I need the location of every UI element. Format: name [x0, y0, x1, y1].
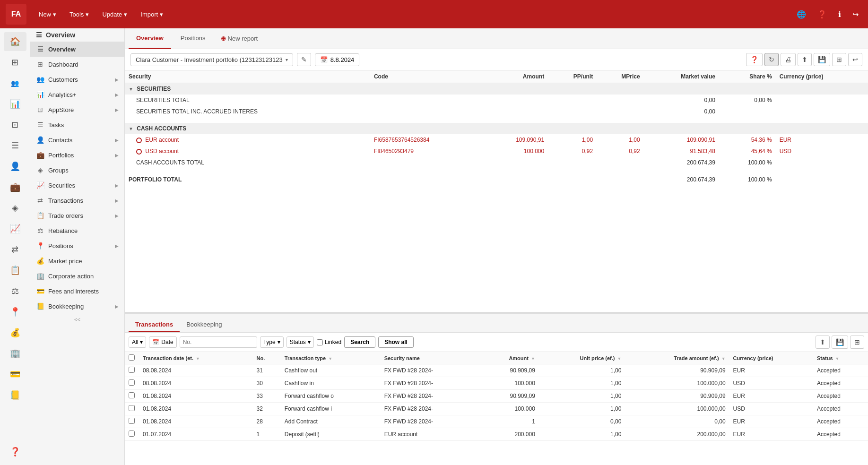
no-input[interactable]: [180, 336, 257, 348]
row-eur-account[interactable]: EUR account FI6587653764526384 109.090,9…: [125, 134, 868, 146]
th-type[interactable]: Transaction type ▼: [281, 352, 381, 364]
trans-row-5[interactable]: 01.07.2024 1 Deposit (settl) EUR account…: [125, 428, 868, 441]
sidebar-icon-appstore[interactable]: ⊡: [4, 115, 26, 134]
portfolio-selector[interactable]: Clara Customer - Investment portfolio (1…: [130, 53, 293, 66]
th-date[interactable]: Transaction date (et. ▼: [139, 352, 253, 364]
edit-portfolio-button[interactable]: ✎: [297, 53, 311, 66]
linked-checkbox-label[interactable]: Linked: [317, 339, 341, 345]
sidebar-item-analytics[interactable]: 📊 Analytics+ ▶: [30, 87, 124, 102]
sidebar-icon-analytics[interactable]: 📊: [4, 95, 26, 113]
row-checkbox-2[interactable]: [129, 392, 135, 398]
sidebar-item-portfolios[interactable]: 💼 Portfolios ▶: [30, 147, 124, 163]
th-unit-price[interactable]: Unit price (ef.) ▼: [539, 352, 625, 364]
sidebar-icon-overview[interactable]: 🏠: [4, 32, 26, 51]
sidebar-icon-fees[interactable]: 💳: [4, 365, 26, 384]
sidebar-item-appstore[interactable]: ⊡ AppStore ▶: [30, 102, 124, 117]
sidebar-item-contacts[interactable]: 👤 Contacts ▶: [30, 132, 124, 147]
sidebar-item-transactions[interactable]: ⇄ Transactions ▶: [30, 193, 124, 208]
row-checkbox-4[interactable]: [129, 418, 135, 424]
sidebar-icon-corporate-action[interactable]: 🏢: [4, 344, 26, 363]
columns-button[interactable]: ⊞: [832, 53, 846, 66]
back-button[interactable]: ↩: [848, 53, 862, 66]
cash-collapse-arrow[interactable]: ▼: [129, 126, 133, 131]
row-usd-account[interactable]: USD account FI84650293479 100.000 0,92 0…: [125, 146, 868, 157]
sidebar-item-securities[interactable]: 📈 Securities ▶: [30, 178, 124, 193]
sidebar-icon-groups[interactable]: ◈: [4, 198, 26, 217]
th-trade-amount[interactable]: Trade amount (ef.) ▼: [625, 352, 729, 364]
sidebar-item-positions[interactable]: 📍 Positions ▶: [30, 238, 124, 253]
sidebar-item-bookkeeping[interactable]: 📒 Bookkeeping ▶: [30, 299, 124, 314]
sidebar-icon-dashboard[interactable]: ⊞: [4, 53, 26, 72]
sidebar-icon-bookkeeping[interactable]: 📒: [4, 386, 26, 405]
trans-row-1[interactable]: 08.08.2024 30 Cashflow in FX FWD #28 202…: [125, 377, 868, 390]
signout-icon-button[interactable]: ↪: [849, 7, 862, 22]
sidebar-item-tasks[interactable]: ☰ Tasks: [30, 117, 124, 132]
tab-overview[interactable]: Overview: [129, 28, 171, 49]
status-select[interactable]: Status ▾: [286, 336, 314, 348]
export-button[interactable]: ⬆: [798, 53, 812, 66]
th-status[interactable]: Status ▼: [813, 352, 868, 364]
sidebar-icon-customers[interactable]: 👥: [4, 74, 26, 93]
trans-tab-transactions[interactable]: Transactions: [129, 318, 180, 332]
trans-save-button[interactable]: 💾: [832, 336, 848, 349]
refresh-button[interactable]: ↻: [764, 53, 779, 66]
sidebar-icon-rebalance[interactable]: ⚖: [4, 282, 26, 301]
trans-columns-button[interactable]: ⊞: [850, 336, 864, 349]
select-all-checkbox[interactable]: [129, 354, 135, 361]
type-select[interactable]: Type ▾: [260, 336, 284, 348]
sidebar-icon-securities[interactable]: 📈: [4, 219, 26, 238]
sidebar-icon-portfolios[interactable]: 💼: [4, 178, 26, 197]
info-icon-button[interactable]: ℹ: [834, 7, 845, 22]
all-select[interactable]: All ▾: [129, 336, 146, 348]
search-button[interactable]: Search: [344, 336, 375, 348]
sidebar-icon-transactions[interactable]: ⇄: [4, 240, 26, 259]
sidebar-icon-help[interactable]: ❓: [4, 442, 26, 461]
date-picker[interactable]: 📅 8.8.2024: [315, 53, 360, 66]
tab-positions[interactable]: Positions: [173, 28, 213, 49]
securities-collapse-arrow[interactable]: ▼: [129, 86, 133, 92]
th-security[interactable]: Security name: [381, 352, 480, 364]
date-select[interactable]: 📅 Date: [149, 336, 176, 348]
help-icon-button[interactable]: ❓: [814, 7, 831, 22]
show-all-button[interactable]: Show all: [378, 336, 414, 348]
row-checkbox-0[interactable]: [129, 367, 135, 373]
sidebar-icon-trade-orders[interactable]: 📋: [4, 261, 26, 280]
print-button[interactable]: 🖨: [781, 53, 796, 66]
row-checkbox-5[interactable]: [129, 431, 135, 437]
help-toolbar-button[interactable]: ❓: [746, 53, 763, 66]
sidebar-item-groups[interactable]: ◈ Groups: [30, 163, 124, 178]
sidebar-icon-positions[interactable]: 📍: [4, 302, 26, 321]
sidebar-collapse-button[interactable]: <<: [30, 314, 124, 325]
trans-row-2[interactable]: 01.08.2024 33 Forward cashflow o FX FWD …: [125, 390, 868, 403]
trans-row-0[interactable]: 08.08.2024 31 Cashflow out FX FWD #28 20…: [125, 364, 868, 377]
import-menu-button[interactable]: Import ▾: [136, 8, 168, 21]
trans-row-3[interactable]: 01.08.2024 32 Forward cashflow i FX FWD …: [125, 403, 868, 415]
new-menu-button[interactable]: New ▾: [34, 8, 61, 21]
th-no[interactable]: No.: [253, 352, 281, 364]
sidebar-item-trade-orders[interactable]: 📋 Trade orders ▶: [30, 208, 124, 223]
trans-tab-bookkeeping[interactable]: Bookkeeping: [180, 318, 228, 332]
sidebar-icon-tasks[interactable]: ☰: [4, 136, 26, 155]
sidebar-icon-contacts[interactable]: 👤: [4, 157, 26, 176]
sidebar-item-overview[interactable]: ☰ Overview: [30, 42, 124, 57]
sidebar-item-rebalance[interactable]: ⚖ Rebalance: [30, 223, 124, 238]
tab-new-report[interactable]: ⊕ New report: [215, 32, 264, 45]
sidebar-label-rebalance: Rebalance: [48, 227, 78, 234]
sidebar-item-dashboard[interactable]: ⊞ Dashboard: [30, 57, 124, 72]
sidebar-item-customers[interactable]: 👥 Customers ▶: [30, 72, 124, 87]
row-checkbox-3[interactable]: [129, 405, 135, 411]
sidebar-item-fees[interactable]: 💳 Fees and interests: [30, 284, 124, 299]
sidebar-item-corporate-action[interactable]: 🏢 Corporate action: [30, 268, 124, 284]
linked-checkbox[interactable]: [317, 339, 323, 345]
trans-export-button[interactable]: ⬆: [816, 336, 830, 349]
row-checkbox-1[interactable]: [129, 379, 135, 386]
update-menu-button[interactable]: Update ▾: [97, 8, 132, 21]
sidebar-item-market-price[interactable]: 💰 Market price: [30, 253, 124, 268]
th-currency[interactable]: Currency (price): [729, 352, 813, 364]
sidebar-icon-market-price[interactable]: 💰: [4, 323, 26, 342]
save-button[interactable]: 💾: [814, 53, 830, 66]
trans-row-4[interactable]: 01.08.2024 28 Add Contract FX FWD #28 20…: [125, 415, 868, 428]
tools-menu-button[interactable]: Tools ▾: [65, 8, 94, 21]
th-amount[interactable]: Amount ▼: [479, 352, 539, 364]
globe-icon-button[interactable]: 🌐: [793, 7, 810, 22]
